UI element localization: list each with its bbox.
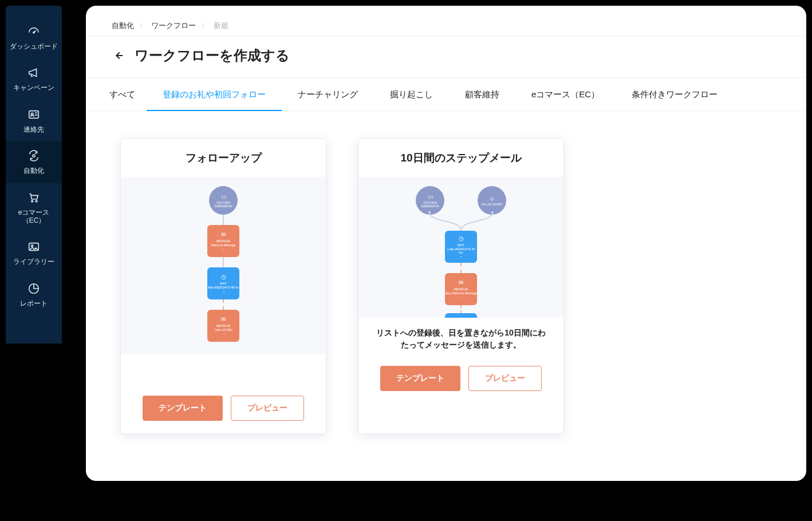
chevron-right-icon: 〉: [140, 22, 146, 29]
breadcrumb: 自動化 〉 ワークフロー 〉 新規: [86, 6, 806, 35]
sidebar-item-dashboard[interactable]: ダッシュボード: [6, 17, 62, 58]
tab-nurturing[interactable]: ナーチャリング: [282, 78, 374, 110]
connector-dashed: [460, 263, 462, 273]
sidebar-item-label: 連絡先: [23, 125, 44, 133]
sidebar-item-label: 自動化: [23, 167, 44, 175]
svg-point-5: [36, 200, 37, 202]
cart-icon: [26, 191, 42, 204]
pie-chart-icon: [26, 282, 42, 295]
template-cards: フォローアップ ▭ ON FORM SUBMISSION ✉ MESSAGE W…: [86, 111, 806, 461]
sidebar-item-contacts[interactable]: 連絡先: [6, 100, 62, 141]
svg-point-3: [33, 155, 35, 157]
sidebar-item-automation[interactable]: 自動化: [6, 141, 62, 183]
tab-retention[interactable]: 顧客維持: [449, 78, 515, 110]
sidebar-item-label: eコマース（EC）: [8, 208, 60, 225]
user-icon: ☺: [489, 195, 495, 202]
megaphone-icon: [26, 66, 42, 79]
svg-point-4: [31, 200, 33, 202]
clock-icon: ◷: [459, 235, 464, 242]
template-button[interactable]: テンプレート: [380, 366, 460, 391]
breadcrumb-link[interactable]: 自動化: [112, 21, 134, 30]
main-panel: 自動化 〉 ワークフロー 〉 新規 ワークフローを作成する すべて 登録のお礼や…: [86, 6, 806, 481]
message-node: ✉ MESSAGE Order 10 Offer ⋯: [207, 310, 239, 342]
template-button[interactable]: テンプレート: [143, 396, 223, 421]
form-icon: ▭: [221, 194, 226, 200]
preview-button[interactable]: プレビュー: [468, 366, 542, 391]
preview-button[interactable]: プレビュー: [231, 396, 304, 421]
svg-point-0: [33, 32, 34, 33]
sidebar-item-reports[interactable]: レポート: [6, 274, 62, 315]
tab-all[interactable]: すべて: [106, 78, 147, 110]
automation-icon: [26, 149, 42, 162]
svg-rect-1: [29, 110, 39, 118]
envelope-icon: ✉: [459, 279, 463, 286]
sidebar-item-library[interactable]: ライブラリー: [6, 232, 62, 274]
form-icon: ▭: [428, 194, 433, 200]
template-card-10day-step: 10日間のステップメール ▭ ON FORM SUBMISSION ☺ ON L…: [358, 139, 564, 434]
trigger-node: ☺ ON LIST ENTRY: [478, 186, 506, 215]
tab-conditional[interactable]: 条件付きワークフロー: [616, 78, 734, 110]
connector-dashed: [223, 299, 224, 310]
card-title: フォローアップ: [121, 139, 326, 177]
tab-welcome-followup[interactable]: 登録のお礼や初回フォロー: [147, 78, 282, 110]
svg-point-7: [31, 245, 33, 247]
connector: [223, 257, 224, 267]
id-card-icon: [26, 108, 42, 121]
workflow-diagram: ▭ ON FORM SUBMISSION ☺ ON LIST ENTRY: [358, 177, 563, 318]
breadcrumb-link[interactable]: ワークフロー: [151, 21, 196, 30]
svg-point-2: [31, 113, 33, 115]
gauge-icon: [26, 25, 42, 38]
back-arrow-icon[interactable]: [112, 49, 124, 62]
wait-node: ◷ WAIT Wait WEEKDAYS 48 hrs ⋯: [207, 267, 239, 299]
chevron-right-icon: 〉: [202, 22, 208, 29]
template-card-followup: フォローアップ ▭ ON FORM SUBMISSION ✉ MESSAGE W…: [120, 139, 326, 434]
sidebar: ダッシュボード キャンペーン 連絡先 自動化 eコマース（EC） ライブラリー: [6, 6, 62, 344]
sidebar-item-campaigns[interactable]: キャンペーン: [6, 58, 62, 100]
sidebar-item-label: ダッシュボード: [10, 42, 58, 50]
message-node: ✉ MESSAGE Welcome Message ⋯: [207, 225, 239, 257]
sidebar-item-label: キャンペーン: [13, 84, 54, 92]
tab-ecommerce[interactable]: eコマース（EC）: [515, 78, 616, 110]
card-actions: テンプレート プレビュー: [121, 385, 326, 433]
envelope-icon: ✉: [221, 231, 226, 238]
card-actions: テンプレート プレビュー: [358, 356, 563, 404]
wait-node: ◷ WAIT 1 day WEEKDAYS 24 hrs ⋯: [445, 231, 477, 263]
envelope-icon: ✉: [221, 316, 226, 323]
workflow-diagram: ▭ ON FORM SUBMISSION ✉ MESSAGE Welcome M…: [121, 177, 326, 354]
tab-reengage[interactable]: 掘り起こし: [374, 78, 449, 110]
sidebar-item-ecommerce[interactable]: eコマース（EC）: [6, 183, 62, 233]
connector-dashed: [460, 305, 462, 313]
card-description: リストへの登録後、日を置きながら10日間にわたってメッセージを送信します。: [358, 318, 563, 356]
trigger-node: ▭ ON FORM SUBMISSION: [209, 186, 238, 215]
image-icon: [26, 240, 42, 253]
card-title: 10日間のステップメール: [358, 139, 563, 177]
page-title-row: ワークフローを作成する: [86, 36, 806, 77]
page-title: ワークフローを作成する: [135, 46, 290, 65]
tabs: すべて 登録のお礼や初回フォロー ナーチャリング 掘り起こし 顧客維持 eコマー…: [86, 78, 806, 111]
connector: [223, 215, 224, 225]
clock-icon: ◷: [221, 274, 226, 281]
sidebar-item-label: ライブラリー: [13, 258, 54, 266]
trigger-node: ▭ ON FORM SUBMISSION: [416, 186, 444, 215]
wait-node-partial: [445, 313, 477, 318]
sidebar-item-label: レポート: [20, 299, 48, 307]
message-node: ✉ MESSAGE Easy Welcome Message ⋯: [445, 273, 477, 305]
breadcrumb-current: 新規: [214, 21, 228, 30]
